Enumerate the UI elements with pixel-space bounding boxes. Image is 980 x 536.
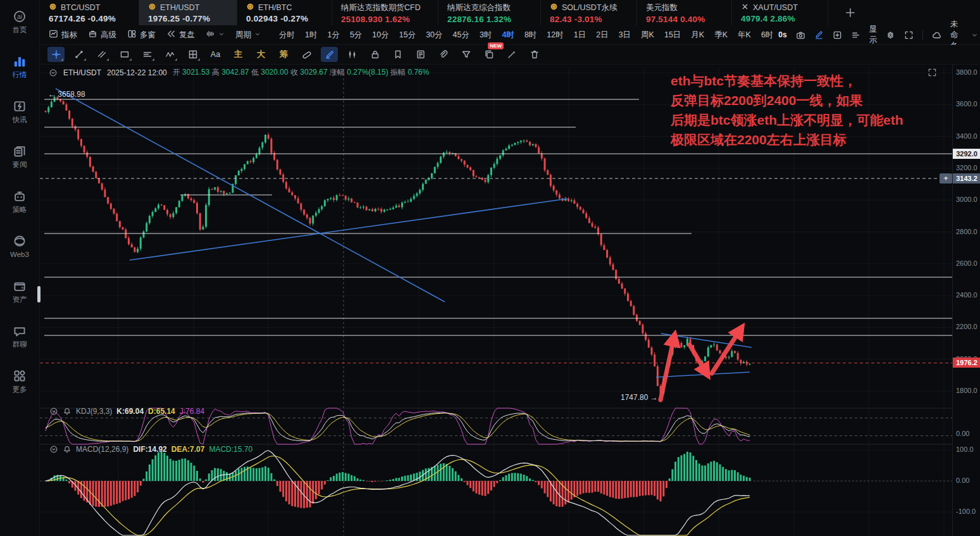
text-tool[interactable]: Aa — [207, 47, 224, 62]
timeframe-12时[interactable]: 12时 — [542, 30, 568, 41]
ticker-tab-ETH-USDT[interactable]: ETH/USDT1976.25 -0.77% — [139, 0, 237, 25]
timeframe-15日[interactable]: 15日 — [659, 30, 686, 41]
sidebar-item-assets[interactable]: 资产 — [0, 278, 39, 304]
x-icon — [741, 3, 749, 13]
timeframe-3时[interactable]: 3时 — [474, 30, 497, 41]
add-alert-button[interactable]: + — [940, 173, 952, 184]
parallel-lines-tool[interactable] — [93, 47, 110, 62]
pen-tool[interactable] — [321, 47, 338, 62]
bookmark-tool[interactable] — [389, 47, 406, 62]
ticker-tab-纳斯达克综合指数[interactable]: 纳斯达克综合指数22876.16 1.32% — [438, 0, 541, 25]
timeframe-8时[interactable]: 8时 — [519, 30, 542, 41]
filter-tool[interactable] — [457, 47, 474, 62]
collapse-macd-icon[interactable] — [49, 445, 58, 454]
kdj-j-value: J:76.84 — [180, 407, 204, 416]
eraser-tool[interactable] — [298, 47, 315, 62]
trendline-tool[interactable] — [70, 47, 87, 62]
candle-pattern-tool[interactable] — [344, 47, 361, 62]
price-axis[interactable]: 3292.0 + 3143.2 1976.2 0.00 3800.03600.0… — [952, 65, 980, 536]
toolbar-button-label: 复盘 — [179, 30, 195, 41]
collapse-kdj-icon[interactable] — [49, 407, 58, 416]
panel-collapse-handle[interactable] — [37, 286, 40, 302]
fullscreen-icon[interactable] — [904, 30, 914, 40]
timeframe-30分[interactable]: 30分 — [421, 30, 447, 41]
timeframe-年K[interactable]: 年K — [733, 30, 756, 41]
timeframe-1分[interactable]: 1分 — [322, 30, 344, 41]
coin-icon — [49, 3, 57, 13]
volume-icon — [206, 29, 215, 41]
magic-draw-tool[interactable] — [503, 47, 520, 62]
order-note-tool[interactable] — [412, 47, 429, 62]
cloud-save-icon[interactable] — [932, 30, 941, 40]
timeframe-4时[interactable]: 4时 — [497, 30, 519, 41]
swing-high-label: ← 3658.98 — [48, 90, 85, 99]
sidebar-item-label: 首页 — [13, 26, 27, 34]
timeframe-季K[interactable]: 季K — [709, 30, 733, 41]
sidebar-item-market[interactable]: 行情 — [0, 54, 39, 79]
big-view-tool[interactable]: 大 — [252, 47, 270, 62]
timeframe-周K[interactable]: 周K — [636, 30, 659, 41]
delete-drawings-tool[interactable] — [526, 47, 543, 62]
sidebar-item-flash[interactable]: 快讯 — [0, 99, 39, 124]
ticker-tab-BTC-USDT[interactable]: BTC/USDT67174.26 -0.49% — [40, 0, 139, 25]
timeframe-10分[interactable]: 10分 — [367, 30, 394, 41]
ticker-value: 0.02943 -0.27% — [246, 14, 324, 23]
price-tick: 3200.0 — [956, 164, 977, 171]
sidebar-item-web3[interactable]: Web3 — [0, 234, 39, 259]
timeframe-15分[interactable]: 15分 — [394, 30, 421, 41]
chevron-down-icon[interactable] — [971, 32, 978, 39]
macd-macd-value: MACD:15.70 — [209, 445, 252, 454]
toolbar-divider — [922, 30, 923, 40]
timeframe-1日[interactable]: 1日 — [569, 30, 591, 41]
lock-tool[interactable] — [366, 47, 383, 62]
ticker-tab-纳斯达克指数期货CFD[interactable]: 纳斯达克指数期货CFD25108.930 1.62% — [332, 0, 438, 25]
timeframe-6时[interactable]: 6时 — [756, 30, 778, 41]
sidebar-item-news[interactable]: 要闻 — [0, 144, 39, 169]
logo-icon: ai — [13, 9, 27, 23]
sidebar-item-label: 策略 — [13, 206, 27, 213]
corner-caret — [152, 58, 154, 61]
toolbar-button-复盘[interactable]: 复盘 — [166, 29, 195, 41]
sidebar-item-groupchat[interactable]: 群聊 — [0, 323, 39, 349]
pane-config-icon[interactable] — [851, 30, 860, 40]
sidebar-item-home[interactable]: ai首页 — [0, 9, 39, 34]
ticker-tab-ETH-BTC[interactable]: ETH/BTC0.02943 -0.27% — [237, 0, 332, 25]
macd-alert-bell-icon[interactable] — [63, 445, 71, 454]
timeframe-5分[interactable]: 5分 — [345, 30, 367, 41]
add-pane-icon[interactable] — [833, 30, 842, 40]
sidebar-item-strategy[interactable]: 策略 — [0, 189, 39, 214]
toolbar-button-指标[interactable]: 指标 — [49, 29, 77, 41]
toolbar-button-高级[interactable]: 高级 — [88, 29, 116, 41]
timeframe-分时[interactable]: 分时 — [274, 30, 300, 41]
ticker-name: SOL/USDT永续 — [562, 3, 617, 13]
annotate-pencil-icon[interactable] — [814, 30, 824, 40]
sidebar-item-more[interactable]: 更多 — [0, 368, 39, 394]
sidebar: ai首页行情快讯要闻策略Web3资产群聊更多 — [0, 0, 40, 536]
attach-tool[interactable] — [435, 47, 452, 62]
toolbar-button-volume[interactable] — [206, 29, 225, 41]
ticker-tab-SOL-USDT永续[interactable]: SOL/USDT永续82.43 -3.01% — [541, 0, 637, 25]
rectangle-tool[interactable] — [116, 47, 133, 62]
timeframe-45分[interactable]: 45分 — [448, 30, 474, 41]
settings-gear-icon[interactable] — [886, 30, 895, 40]
toolbar-button-多窗[interactable]: 多窗 — [127, 29, 156, 41]
screenshot-icon[interactable] — [796, 30, 805, 40]
ticker-tab-美元指数[interactable]: 美元指数97.5144 0.40% — [637, 0, 732, 25]
timeframe-2日[interactable]: 2日 — [591, 30, 613, 41]
display-button[interactable]: 显示 — [869, 24, 878, 46]
crosshair-tool[interactable] — [47, 47, 65, 62]
horizontal-lines-tool[interactable] — [139, 47, 156, 62]
maximize-pane-icon[interactable] — [927, 68, 937, 80]
wave-tool[interactable] — [161, 47, 178, 62]
kdj-alert-bell-icon[interactable] — [63, 407, 71, 416]
chips-tool[interactable]: 筹 — [275, 47, 292, 62]
toolbar-button-周期[interactable]: 周期 — [235, 30, 261, 41]
toolbar-button-label: 多窗 — [140, 30, 156, 41]
timeframe-1时[interactable]: 1时 — [300, 30, 322, 41]
timeframe-月K[interactable]: 月K — [686, 30, 709, 41]
main-chart-tool[interactable]: 主 — [230, 47, 247, 62]
grid-tool[interactable] — [184, 47, 201, 62]
copy-tool[interactable]: NEW — [480, 47, 497, 62]
collapse-chart-icon[interactable] — [49, 68, 58, 77]
timeframe-3日[interactable]: 3日 — [614, 30, 636, 41]
